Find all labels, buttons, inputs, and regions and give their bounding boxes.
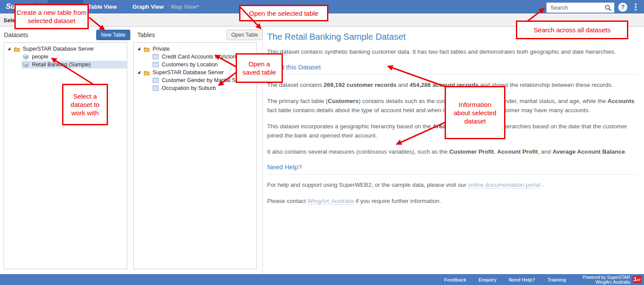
- tree-item-label: Retail Banking (Sample): [32, 62, 94, 68]
- help-icon[interactable]: ?: [618, 3, 627, 12]
- folder-icon: [143, 70, 150, 76]
- new-table-button[interactable]: New Table: [96, 30, 130, 40]
- tree-item-label: people: [32, 54, 51, 60]
- tree-item[interactable]: Occupation by Suburb: [134, 84, 257, 92]
- datasets-panel-title: Datasets: [4, 31, 28, 38]
- paragraph-measures: It also contains several measures (conti…: [267, 147, 639, 156]
- footer-link-feedback[interactable]: Feedback: [444, 277, 466, 282]
- tree-item-body[interactable]: Occupation by Suburb: [151, 84, 257, 92]
- table-icon: [153, 86, 160, 91]
- expand-toggle-icon[interactable]: [137, 71, 140, 74]
- tables-panel-title: Tables: [137, 31, 155, 38]
- expander-spacer: [146, 55, 150, 58]
- expander-spacer: [17, 63, 20, 66]
- annotation-select-dataset: Select a dataset to work with: [62, 84, 108, 125]
- footer-link-enquiry[interactable]: Enquiry: [479, 277, 497, 282]
- table-icon: [153, 62, 160, 67]
- annotation-open-saved-table: Open a saved table: [236, 53, 283, 83]
- folder-icon: [143, 46, 150, 52]
- table-icon: [153, 54, 160, 59]
- about-heading[interactable]: About this Dataset: [267, 63, 639, 75]
- datasets-tree: SuperSTAR Database ServerpeopleRetail Ba…: [3, 42, 127, 269]
- main-area: Datasets New Table SuperSTAR Database Se…: [0, 27, 644, 274]
- superweb2-app: SuperWEB2 Table View Graph View Map View…: [0, 0, 644, 285]
- powered-by-text: Powered by SuperSTARWingArc Australia: [583, 275, 630, 285]
- expander-spacer: [17, 55, 20, 58]
- global-search: [547, 3, 614, 13]
- dataset-icon: [23, 54, 30, 60]
- nav-graph-view[interactable]: Graph View: [132, 3, 164, 10]
- tree-item-body[interactable]: Retail Banking (Sample): [21, 61, 127, 69]
- tree-item-body[interactable]: Private: [142, 45, 257, 53]
- need-help-heading[interactable]: Need Help?: [267, 163, 639, 175]
- search-input[interactable]: [547, 3, 614, 12]
- expand-toggle-icon[interactable]: [7, 47, 10, 50]
- open-table-button[interactable]: Open Table: [226, 30, 263, 40]
- tree-item[interactable]: Retail Banking (Sample): [4, 61, 127, 69]
- expander-spacer: [146, 86, 150, 89]
- tree-item-label: SuperSTAR Database Server: [153, 69, 226, 76]
- tree-item-label: Occupation by Suburb: [162, 85, 219, 91]
- footer-link-need-help[interactable]: Need Help?: [509, 277, 536, 282]
- tree-item-body[interactable]: people: [21, 53, 127, 61]
- tree-item-label: SuperSTAR Database Server: [23, 46, 97, 52]
- tree-item[interactable]: people: [4, 53, 127, 61]
- inline-link[interactable]: online documentation portal: [468, 182, 540, 189]
- tree-item-label: Private: [153, 46, 172, 52]
- folder-icon: [14, 46, 21, 52]
- dataset-intro: This dataset contains synthetic banking …: [267, 47, 639, 56]
- tree-item-label: Credit Card Accounts in Victoria: [162, 54, 241, 60]
- dataset-info-panel: The Retail Banking Sample Dataset This d…: [263, 27, 644, 274]
- footer-bar: Feedback Enquiry Need Help? Training Pow…: [0, 274, 644, 285]
- annotation-search-datasets: Search across all datasets: [516, 21, 628, 39]
- superstar-logo-icon: 1ST: [633, 276, 641, 283]
- tree-item[interactable]: SuperSTAR Database Server: [4, 45, 127, 53]
- tree-item-body[interactable]: SuperSTAR Database Server: [12, 45, 127, 53]
- tree-item[interactable]: Private: [134, 45, 257, 53]
- search-icon[interactable]: [605, 4, 612, 11]
- expander-spacer: [146, 63, 150, 66]
- paragraph-help: For help and support using SuperWEB2, or…: [267, 180, 639, 189]
- annotation-open-selected-table: Open the selected table: [239, 5, 328, 21]
- annotation-create-table: Create a new table from selected dataset: [14, 4, 89, 29]
- tree-item-label: Customers by Location: [162, 62, 220, 68]
- paragraph-contact: Please contact WingArc Australia if you …: [267, 196, 639, 206]
- overflow-menu-icon[interactable]: [635, 3, 637, 11]
- dataset-icon: [23, 62, 30, 68]
- inline-link[interactable]: WingArc Australia: [307, 198, 354, 205]
- nav-table-view[interactable]: Table View: [88, 3, 117, 10]
- expand-toggle-icon[interactable]: [137, 47, 140, 50]
- expander-spacer: [146, 79, 150, 82]
- annotation-dataset-info: Information about selected dataset: [445, 86, 505, 139]
- nav-map-view[interactable]: Map View*: [171, 3, 199, 10]
- table-icon: [153, 78, 160, 83]
- footer-link-training[interactable]: Training: [547, 277, 566, 282]
